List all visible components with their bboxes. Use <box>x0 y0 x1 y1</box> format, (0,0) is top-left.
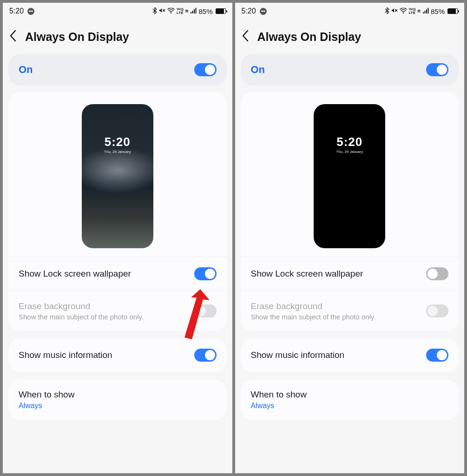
svg-point-0 <box>171 12 171 13</box>
erase-sub: Show the main subject of the photo only. <box>251 313 376 321</box>
erase-toggle <box>426 304 448 317</box>
battery-icon <box>447 8 458 14</box>
aod-preview[interactable]: 5:20 Thu, 25 January <box>82 104 153 248</box>
preview-date: Thu, 25 January <box>314 150 385 154</box>
show-wallpaper-toggle[interactable] <box>426 267 448 280</box>
music-label: Show music information <box>251 350 345 360</box>
when-to-show-row[interactable]: When to show Always <box>241 379 459 420</box>
status-time: 5:20 <box>242 7 256 15</box>
battery-icon <box>216 8 226 14</box>
back-button[interactable] <box>242 30 249 44</box>
page-title: Always On Display <box>257 30 362 44</box>
master-toggle[interactable] <box>426 63 448 76</box>
volte-icon: Vo))LTE <box>409 7 416 15</box>
show-wallpaper-toggle[interactable] <box>194 267 217 280</box>
dnd-icon <box>27 8 34 15</box>
music-label: Show music information <box>19 350 112 360</box>
when-label: When to show <box>251 390 449 400</box>
signal-icon <box>190 8 197 15</box>
erase-sub: Show the main subject of the photo only. <box>19 313 144 321</box>
back-button[interactable] <box>9 30 17 44</box>
music-toggle[interactable] <box>426 349 448 362</box>
erase-label: Erase background <box>19 301 144 311</box>
phone-screenshot-left: 5:20 Vo))LTE R 85% Always On Disp <box>3 3 232 473</box>
status-time: 5:20 <box>9 7 24 15</box>
preview-time: 5:20 <box>82 135 153 149</box>
status-icons: Vo))LTE R 85% <box>152 7 226 15</box>
erase-toggle <box>194 304 217 317</box>
show-wallpaper-row[interactable]: Show Lock screen wallpaper <box>19 257 217 291</box>
erase-label: Erase background <box>251 301 376 311</box>
signal-icon <box>422 8 429 15</box>
preview-card: 5:20 Thu, 25 January Show Lock screen wa… <box>241 92 459 331</box>
when-to-show-row[interactable]: When to show Always <box>8 379 227 420</box>
page-header: Always On Display <box>235 20 465 54</box>
page-title: Always On Display <box>25 30 129 44</box>
master-toggle[interactable] <box>194 63 217 76</box>
svg-point-2 <box>402 12 403 13</box>
when-label: When to show <box>19 390 217 400</box>
mute-icon <box>159 7 165 15</box>
aod-preview[interactable]: 5:20 Thu, 25 January <box>314 104 385 248</box>
signal-r-icon: R <box>417 9 421 13</box>
battery-text: 85% <box>431 7 445 15</box>
bluetooth-icon <box>152 7 157 15</box>
preview-card: 5:20 Thu, 25 January Show Lock screen wa… <box>8 92 227 331</box>
phone-screenshot-right: 5:20 Vo))LTE R 85% Always On Disp <box>235 3 465 473</box>
master-toggle-row[interactable]: On <box>8 54 227 86</box>
music-toggle[interactable] <box>194 349 217 362</box>
preview-time: 5:20 <box>314 135 385 149</box>
volte-icon: Vo))LTE <box>177 7 184 15</box>
when-value: Always <box>19 402 217 410</box>
dnd-icon <box>260 8 267 15</box>
master-toggle-label: On <box>251 64 265 76</box>
show-wallpaper-label: Show Lock screen wallpaper <box>19 269 131 279</box>
erase-background-row: Erase background Show the main subject o… <box>251 291 449 331</box>
mute-icon <box>391 7 398 15</box>
status-bar: 5:20 Vo))LTE R 85% <box>3 3 232 20</box>
status-icons: Vo))LTE R 85% <box>385 7 458 15</box>
bluetooth-icon <box>385 7 389 15</box>
signal-r-icon: R <box>185 9 189 13</box>
battery-text: 85% <box>198 7 212 15</box>
page-header: Always On Display <box>3 20 232 54</box>
master-toggle-label: On <box>19 64 33 76</box>
master-toggle-row[interactable]: On <box>241 54 459 86</box>
show-wallpaper-row[interactable]: Show Lock screen wallpaper <box>251 257 449 291</box>
when-value: Always <box>251 402 449 410</box>
show-wallpaper-label: Show Lock screen wallpaper <box>251 269 363 279</box>
status-bar: 5:20 Vo))LTE R 85% <box>235 3 465 20</box>
wifi-icon <box>400 8 407 15</box>
music-info-row[interactable]: Show music information <box>8 338 227 372</box>
preview-date: Thu, 25 January <box>82 150 153 154</box>
wifi-icon <box>167 8 175 15</box>
erase-background-row: Erase background Show the main subject o… <box>19 291 217 331</box>
music-info-row[interactable]: Show music information <box>241 338 459 372</box>
